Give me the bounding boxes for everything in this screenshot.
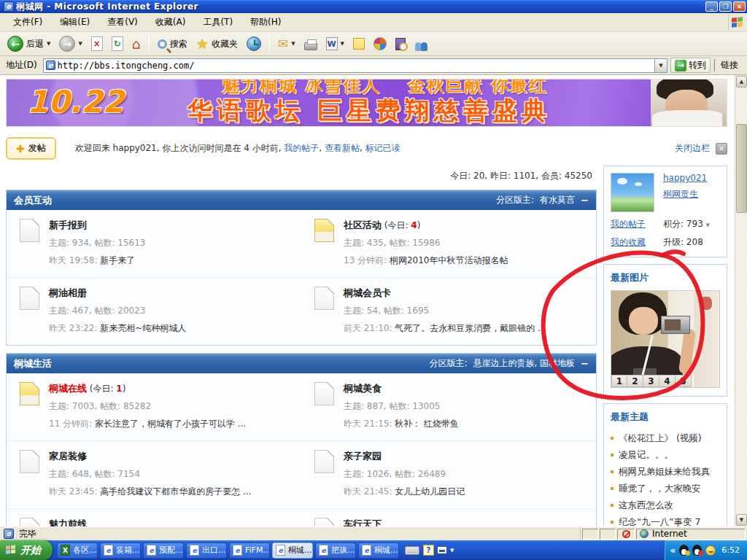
menu-item[interactable]: 收藏(A) <box>147 13 195 31</box>
edit-word-button[interactable]: W ▼ <box>323 36 347 52</box>
taskbar-task[interactable]: e装箱... <box>100 542 141 559</box>
welcome-link[interactable]: 标记已读 <box>365 143 400 153</box>
go-button[interactable]: → 转到 <box>670 58 711 73</box>
forum-link[interactable]: 车行天下 <box>344 518 382 526</box>
messenger-button[interactable] <box>371 36 390 52</box>
topic-link[interactable]: 纪念“九一八”事变 7 <box>619 513 700 526</box>
forum-link[interactable]: 桐城会员卡 <box>344 287 391 298</box>
forum-link[interactable]: 社区活动 <box>344 219 382 230</box>
minimize-button[interactable]: _ <box>705 1 718 12</box>
qq-penguin-icon[interactable] <box>679 545 689 556</box>
forum-link[interactable]: 桐油相册 <box>49 287 87 298</box>
forum-link[interactable]: 桐城在线 <box>49 383 87 394</box>
taskbar-task[interactable]: e把孩... <box>315 542 356 559</box>
ad-banner[interactable]: 10.22 魅力桐城 冰雪佳人 金秋巨献 你最红 华语歌坛 巨星费翔慈善盛典 <box>6 79 727 127</box>
welcome-link[interactable]: 我的帖子 <box>284 143 319 153</box>
input-method-icon[interactable] <box>405 546 419 555</box>
latest-picture[interactable]: 12345 <box>611 290 720 388</box>
section-title[interactable]: 桐城生活 <box>14 357 429 370</box>
pager-item[interactable]: 1 <box>611 375 627 387</box>
collapse-icon[interactable]: − <box>581 358 589 369</box>
menu-item[interactable]: 编辑(E) <box>51 13 98 31</box>
score-dropdown-icon[interactable]: ▼ <box>706 222 710 228</box>
taskbar-task[interactable]: e桐城... <box>272 542 313 559</box>
topic-link[interactable]: 这东西怎么改 <box>619 497 673 513</box>
forum-link[interactable]: 魅力前线 <box>49 518 87 526</box>
last-post-link[interactable]: 新手来了 <box>100 255 135 265</box>
search-button[interactable]: 搜索 <box>155 36 190 52</box>
topic-link[interactable]: 《松花江上》 (视频) <box>619 429 702 446</box>
refresh-button[interactable]: ↻ <box>109 35 126 52</box>
close-button[interactable]: × <box>733 1 746 12</box>
vertical-scrollbar[interactable]: ▲ ▼ <box>735 75 747 526</box>
taskbar-task[interactable]: e桐城... <box>358 542 399 559</box>
address-dropdown-icon[interactable]: ▼ <box>654 59 667 72</box>
welcome-link[interactable]: 查看新帖 <box>325 143 360 153</box>
address-input[interactable] <box>58 60 654 71</box>
back-dropdown-icon[interactable]: ▼ <box>47 41 50 47</box>
qq-game-icon[interactable] <box>705 545 716 556</box>
stop-button[interactable]: × <box>88 35 106 52</box>
moderator-links[interactable]: 悬崖边上的贵族, 国林地板 <box>473 357 575 370</box>
history-button[interactable] <box>244 35 264 52</box>
ime-help-icon[interactable]: ? <box>423 545 434 556</box>
last-post-link[interactable]: 新来亮相~纯种桐城人 <box>100 323 186 333</box>
last-post-link[interactable]: 女儿上幼儿园日记 <box>395 486 465 497</box>
last-post-link[interactable]: 秋补： 红烧带鱼 <box>395 419 459 429</box>
forum-link[interactable]: 家居装修 <box>49 451 87 462</box>
my-posts-link[interactable]: 我的帖子 <box>611 218 657 230</box>
menu-item[interactable]: 帮助(H) <box>241 13 290 31</box>
qq-penguin-busy-icon[interactable] <box>692 545 702 556</box>
pager-item[interactable]: 3 <box>643 375 659 387</box>
mail-button[interactable]: ✉ ▼ <box>275 35 298 52</box>
last-post-link[interactable]: 高手给我建议下都市华庭的房子要怎 ... <box>100 486 251 497</box>
pager-item[interactable]: 2 <box>627 375 643 387</box>
last-post-link[interactable]: 气死了。去永和豆浆消费，戴眼镜的 ... <box>395 323 546 333</box>
last-post-link[interactable]: 桐网2010年中秋节活动报名帖 <box>390 255 508 265</box>
menu-item[interactable]: 查看(V) <box>98 13 147 31</box>
user-rank-link[interactable]: 桐网贡生 <box>663 188 720 201</box>
print-button[interactable] <box>301 36 320 52</box>
last-post-link[interactable]: 家长注意了，桐城有了小孩子可以学 ... <box>95 419 246 429</box>
taskbar-task[interactable]: e出口... <box>186 542 227 559</box>
forward-button[interactable]: → ▼ <box>56 34 85 53</box>
topic-link[interactable]: 凌晨记。。。 <box>619 446 673 463</box>
topic-link[interactable]: 桐网兄弟姐妹来给我真 <box>619 463 710 480</box>
back-button[interactable]: ← 后退 ▼ <box>4 34 53 53</box>
topic-link[interactable]: 睡觉了，，大家晚安 <box>619 480 701 497</box>
scroll-down-icon[interactable]: ▼ <box>736 514 747 526</box>
favorites-button[interactable]: ★ 收藏夹 <box>193 34 241 53</box>
tray-expand-icon[interactable]: « <box>670 545 676 556</box>
close-sidebar-link[interactable]: 关闭边栏 <box>675 142 710 155</box>
avatar[interactable] <box>611 173 654 212</box>
links-menu[interactable]: 链接 <box>713 59 744 71</box>
menu-item[interactable]: 工具(T) <box>194 13 241 31</box>
research-button[interactable] <box>392 36 409 52</box>
scroll-up-icon[interactable]: ▲ <box>736 76 747 88</box>
username-link[interactable]: happy021 <box>663 173 720 183</box>
privacy-icon[interactable] <box>617 529 635 540</box>
my-favorites-link[interactable]: 我的收藏 <box>611 236 657 249</box>
taskbar-task[interactable]: e预配... <box>143 542 184 559</box>
forum-link[interactable]: 桐城美食 <box>344 383 382 394</box>
word-dropdown-icon[interactable]: ▼ <box>341 41 344 47</box>
forum-link[interactable]: 新手报到 <box>49 219 87 230</box>
window-switcher-icon[interactable] <box>438 547 446 553</box>
forum-link[interactable]: 亲子家园 <box>344 451 382 462</box>
restore-button[interactable]: ❐ <box>719 1 732 12</box>
mail-dropdown-icon[interactable]: ▼ <box>291 41 295 47</box>
taskbar-task[interactable]: eFiFM... <box>229 542 270 559</box>
moderator-links[interactable]: 有水莫言 <box>540 194 575 206</box>
ime-dropdown-icon[interactable]: ▼ <box>450 548 454 553</box>
pager-item[interactable]: 5 <box>676 375 692 387</box>
home-button[interactable]: ⌂ <box>129 35 144 52</box>
collapse-icon[interactable]: − <box>581 195 589 206</box>
close-sidebar-icon[interactable]: × <box>716 143 727 155</box>
section-title[interactable]: 会员互动 <box>14 194 496 207</box>
contacts-button[interactable] <box>411 35 432 52</box>
menu-item[interactable]: 文件(F) <box>4 13 51 31</box>
new-post-button[interactable]: ✚ 发帖 <box>6 137 56 160</box>
scroll-thumb[interactable] <box>736 124 747 213</box>
pager-item[interactable]: 4 <box>659 375 676 387</box>
taskbar-task[interactable]: X各区... <box>57 542 98 559</box>
